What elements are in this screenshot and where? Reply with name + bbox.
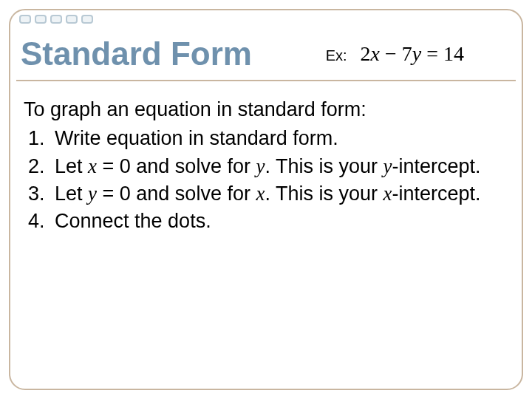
example-block: Ex: 2x − 7y = 14	[326, 42, 464, 66]
step-item: Connect the dots.	[50, 208, 508, 235]
content-body: To graph an equation in standard form: W…	[24, 96, 508, 235]
slide-title: Standard Form	[21, 35, 252, 72]
example-label: Ex:	[326, 47, 347, 64]
intro-text: To graph an equation in standard form:	[24, 96, 508, 123]
example-equation: 2x − 7y = 14	[361, 42, 464, 66]
header-row: Standard Form Ex: 2x − 7y = 14	[16, 22, 516, 72]
step-item: Write equation in standard form.	[50, 125, 508, 152]
step-item: Let y = 0 and solve for x. This is your …	[50, 180, 508, 208]
step-item: Let x = 0 and solve for y. This is your …	[50, 153, 508, 180]
header-divider	[16, 80, 516, 81]
steps-list: Write equation in standard form. Let x =…	[24, 125, 508, 235]
